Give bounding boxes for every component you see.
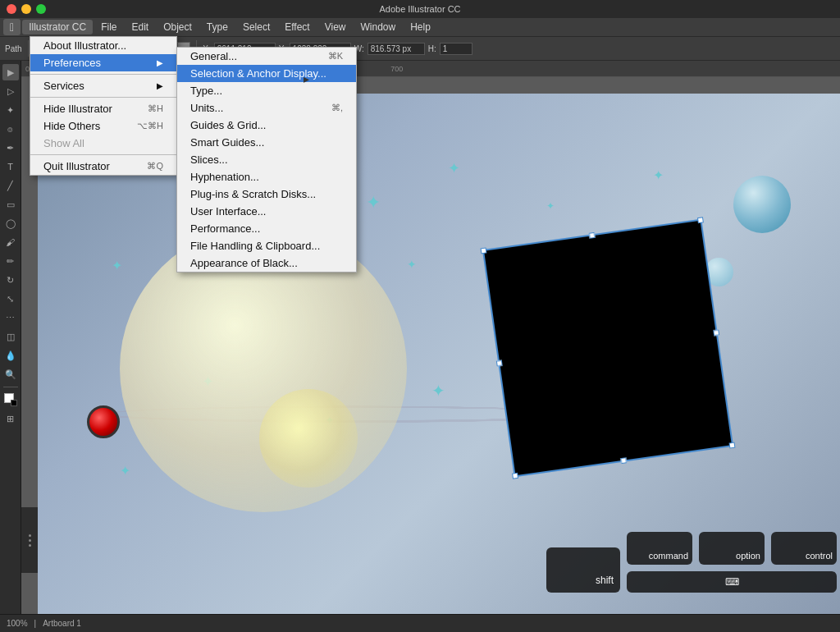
w-input[interactable]	[368, 43, 425, 55]
tool-line[interactable]: ╱	[2, 177, 19, 194]
tool-scale[interactable]: ⤡	[2, 291, 19, 307]
star-1: ✦	[103, 159, 116, 177]
scroll-indicator[interactable]	[21, 507, 38, 573]
red-circle-object	[87, 405, 120, 438]
traffic-lights	[7, 4, 46, 14]
star-13: ✦	[431, 381, 445, 401]
main-layout: ▶ ▷ ✦ ⌾ ✒ T ╱ ▭ ◯ 🖌 ✏ ↻ ⤡ ⋯ ◫ 💧 🔍 ⊞ 0 10…	[0, 61, 840, 614]
path-label: Path	[5, 44, 22, 53]
toolbar: Path Basic Opacity: Style: X: Y: W: H:	[0, 36, 840, 61]
star-4: ✦	[112, 258, 122, 273]
planet-large	[120, 225, 407, 512]
scroll-dot-2	[29, 539, 31, 542]
artboard-info: Artboard 1	[43, 619, 81, 628]
menu-item-window[interactable]: Window	[354, 20, 403, 34]
maximize-button[interactable]	[36, 4, 46, 14]
zoom-level: 100%	[7, 619, 28, 628]
tool-type[interactable]: T	[2, 158, 19, 175]
star-3: ✦	[218, 176, 232, 195]
star-6: ✦	[366, 192, 381, 213]
style-select[interactable]: Basic	[34, 41, 81, 57]
menu-item-edit[interactable]: Edit	[125, 20, 155, 34]
style-swatch[interactable]	[177, 42, 190, 55]
w-label: W:	[354, 44, 364, 53]
handle-tc[interactable]	[589, 232, 596, 239]
title-bar: Adobe Illustrator CC	[0, 0, 840, 18]
window-title: Adobe Illustrator CC	[379, 4, 460, 14]
selected-black-rectangle[interactable]	[482, 219, 733, 478]
handle-bl[interactable]	[512, 473, 518, 479]
status-bar: 100% | Artboard 1	[0, 614, 840, 632]
canvas-frame: ✦ ✦ ✦ ✦ ✦ ✦ ✦ ✦ ✦ ✦ ✦ ✦ ✦ ✦ ✦	[38, 77, 840, 614]
menu-item-illustrator[interactable]: Illustrator CC	[22, 20, 93, 34]
tool-zoom[interactable]: 🔍	[2, 366, 19, 382]
opacity-label: Opacity:	[84, 44, 115, 53]
horizontal-ruler: 0 100 200 300 400 500 600 700	[21, 61, 840, 77]
menu-item-apple[interactable]: 	[3, 19, 21, 35]
star-8: ✦	[448, 159, 460, 177]
canvas-background: ✦ ✦ ✦ ✦ ✦ ✦ ✦ ✦ ✦ ✦ ✦ ✦ ✦ ✦ ✦	[38, 94, 840, 614]
tool-lasso[interactable]: ⌾	[2, 121, 19, 137]
tool-fill[interactable]	[2, 392, 19, 408]
star-10: ✦	[653, 167, 664, 183]
tool-screen-mode[interactable]: ⊞	[2, 410, 19, 427]
handle-tl[interactable]	[481, 247, 487, 254]
star-7: ✦	[407, 258, 417, 271]
h-label: H:	[428, 44, 436, 53]
tool-pencil[interactable]: ✏	[2, 253, 19, 269]
menu-item-view[interactable]: View	[318, 20, 353, 34]
tool-blend[interactable]: ⋯	[2, 309, 19, 326]
handle-bc[interactable]	[620, 457, 627, 464]
scroll-dot-3	[29, 544, 31, 547]
opacity-input[interactable]	[117, 43, 150, 55]
handle-ml[interactable]	[496, 360, 503, 367]
tool-direct-select[interactable]: ▷	[2, 83, 19, 99]
tool-magic-wand[interactable]: ✦	[2, 102, 19, 118]
toolbar-separator-2	[196, 40, 197, 57]
close-button[interactable]	[7, 4, 16, 14]
canvas-area[interactable]: 0 100 200 300 400 500 600 700 ✦ ✦ ✦ ✦ ✦ …	[21, 61, 840, 614]
tool-rect[interactable]: ▭	[2, 196, 19, 213]
toolbar-separator	[28, 40, 29, 57]
tool-ellipse[interactable]: ◯	[2, 215, 19, 231]
star-9: ✦	[546, 200, 555, 212]
h-input[interactable]	[440, 43, 472, 55]
planet-teal-large	[733, 176, 791, 233]
tool-gradient[interactable]: ◫	[2, 328, 19, 345]
menu-item-type[interactable]: Type	[200, 20, 235, 34]
handle-br[interactable]	[729, 442, 736, 449]
scroll-dot-1	[29, 534, 31, 537]
tool-rotate[interactable]: ↻	[2, 272, 19, 288]
minimize-button[interactable]	[21, 4, 31, 14]
tool-separator	[3, 387, 18, 387]
star-2: ✦	[161, 143, 171, 156]
menu-item-select[interactable]: Select	[236, 20, 276, 34]
menu-item-effect[interactable]: Effect	[278, 20, 316, 34]
toolbox: ▶ ▷ ✦ ⌾ ✒ T ╱ ▭ ◯ 🖌 ✏ ↻ ⤡ ⋯ ◫ 💧 🔍 ⊞	[0, 61, 21, 614]
handle-tr[interactable]	[697, 217, 704, 223]
tool-eyedropper[interactable]: 💧	[2, 347, 19, 364]
x-label: X:	[203, 44, 210, 53]
menu-bar:  Illustrator CC File Edit Object Type S…	[0, 18, 840, 36]
x-input[interactable]	[214, 43, 276, 55]
handle-mr[interactable]	[713, 329, 719, 336]
menu-item-file[interactable]: File	[94, 20, 123, 34]
style-label: Style:	[153, 44, 174, 53]
tool-select[interactable]: ▶	[2, 64, 19, 80]
y-input[interactable]	[290, 43, 351, 55]
tool-pen[interactable]: ✒	[2, 140, 19, 156]
tool-paintbrush[interactable]: 🖌	[2, 234, 19, 250]
menu-item-help[interactable]: Help	[404, 20, 437, 34]
menu-item-object[interactable]: Object	[157, 20, 199, 34]
status-separator: |	[34, 619, 37, 628]
y-label: Y:	[279, 44, 286, 53]
star-14: ✦	[120, 463, 130, 479]
